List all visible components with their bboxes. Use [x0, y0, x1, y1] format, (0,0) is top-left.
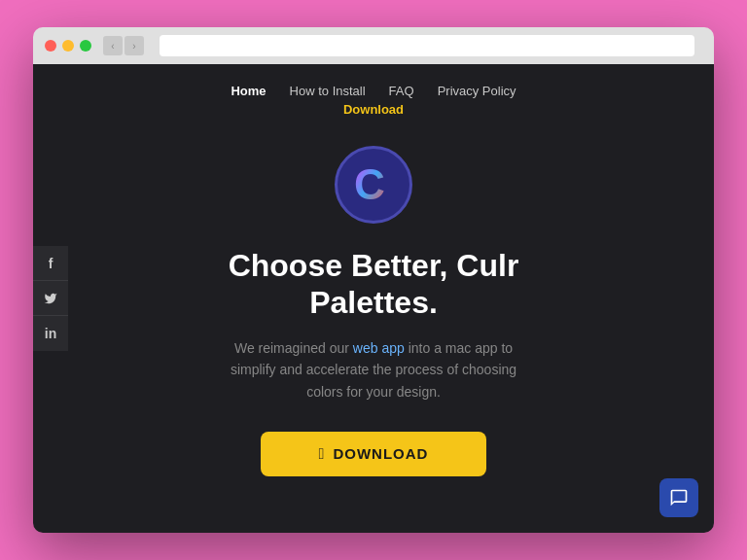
logo-circle: C — [335, 146, 412, 224]
browser-window: ‹ › f in Home How to Install FAQ Privacy… — [33, 27, 714, 533]
maximize-button[interactable] — [80, 40, 91, 52]
browser-content: f in Home How to Install FAQ Privacy Pol… — [33, 64, 714, 533]
minimize-button[interactable] — [62, 40, 74, 52]
site-nav: Home How to Install FAQ Privacy Policy D… — [231, 64, 516, 126]
app-logo: C — [335, 146, 412, 224]
browser-chrome: ‹ › — [33, 27, 714, 64]
traffic-lights — [45, 40, 91, 52]
sub-text: We reimagined our web app into a mac app… — [218, 337, 529, 402]
back-arrow[interactable]: ‹ — [103, 36, 123, 55]
nav-faq[interactable]: FAQ — [389, 84, 414, 98]
forward-arrow[interactable]: › — [124, 36, 144, 55]
twitter-link[interactable] — [33, 281, 68, 316]
social-sidebar: f in — [33, 246, 68, 351]
nav-privacy[interactable]: Privacy Policy — [438, 84, 516, 98]
nav-how-to-install[interactable]: How to Install — [290, 84, 366, 98]
chat-button[interactable] — [659, 478, 698, 517]
facebook-link[interactable]: f — [33, 246, 68, 281]
nav-arrows: ‹ › — [103, 36, 144, 55]
nav-home[interactable]: Home — [231, 84, 266, 98]
linkedin-link[interactable]: in — [33, 316, 68, 351]
svg-text:C: C — [354, 160, 385, 208]
apple-icon:  — [319, 445, 326, 463]
close-button[interactable] — [45, 40, 56, 52]
nav-links: Home How to Install FAQ Privacy Policy — [231, 84, 516, 98]
download-button[interactable]:  DOWNLOAD — [261, 432, 487, 476]
nav-download[interactable]: Download — [343, 102, 404, 117]
download-button-label: DOWNLOAD — [333, 445, 428, 462]
main-heading: Choose Better, Culr Palettes. — [229, 247, 519, 322]
address-bar[interactable] — [160, 35, 694, 56]
web-app-link[interactable]: web app — [353, 340, 405, 356]
